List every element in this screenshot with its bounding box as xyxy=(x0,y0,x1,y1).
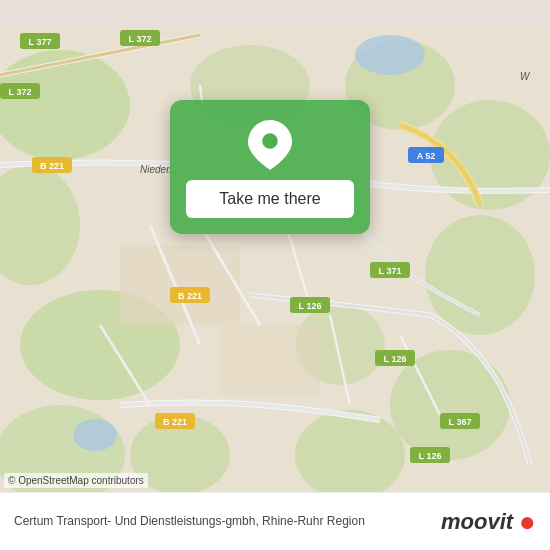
svg-text:L 372: L 372 xyxy=(9,87,32,97)
svg-rect-16 xyxy=(220,325,320,395)
place-name: Certum Transport- Und Dienstleistungs-gm… xyxy=(14,514,365,528)
svg-point-11 xyxy=(295,410,405,500)
moovit-dot-icon: ● xyxy=(519,508,536,536)
svg-text:L 371: L 371 xyxy=(379,266,402,276)
moovit-text: moovit xyxy=(441,509,513,535)
moovit-logo: moovit ● xyxy=(441,508,536,536)
take-me-there-button[interactable]: Take me there xyxy=(186,180,354,218)
map-container: L 377 L 372 B 221 B 221 B 221 L 372 L 12… xyxy=(0,0,550,550)
svg-point-9 xyxy=(390,350,510,460)
svg-point-8 xyxy=(425,215,535,335)
bottom-bar: Certum Transport- Und Dienstleistungs-gm… xyxy=(0,492,550,550)
svg-text:L 372: L 372 xyxy=(129,34,152,44)
svg-text:B 221: B 221 xyxy=(178,291,202,301)
svg-rect-15 xyxy=(120,245,240,325)
svg-text:L 377: L 377 xyxy=(29,37,52,47)
svg-point-4 xyxy=(0,405,125,505)
map-card: Take me there xyxy=(170,100,370,234)
place-info: Certum Transport- Und Dienstleistungs-gm… xyxy=(14,513,441,530)
svg-text:L 126: L 126 xyxy=(419,451,442,461)
svg-text:B 221: B 221 xyxy=(163,417,187,427)
svg-text:L 126: L 126 xyxy=(299,301,322,311)
svg-text:B 221: B 221 xyxy=(40,161,64,171)
svg-text:L 367: L 367 xyxy=(449,417,472,427)
svg-point-54 xyxy=(261,132,279,150)
svg-text:W: W xyxy=(520,71,531,82)
svg-text:L 126: L 126 xyxy=(384,354,407,364)
map-attribution: © OpenStreetMap contributors xyxy=(4,473,148,488)
location-pin-icon xyxy=(245,120,295,170)
svg-point-14 xyxy=(73,419,117,451)
svg-text:A 52: A 52 xyxy=(417,151,436,161)
svg-point-13 xyxy=(355,35,425,75)
